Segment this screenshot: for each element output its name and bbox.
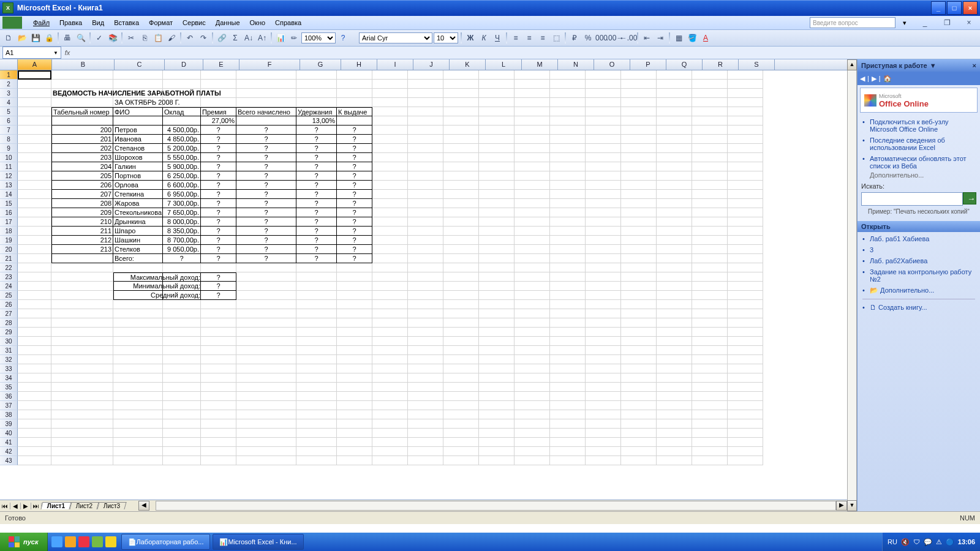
cell[interactable]	[586, 410, 621, 419]
cell[interactable]	[443, 98, 479, 107]
cell[interactable]	[163, 429, 201, 438]
cell[interactable]	[479, 181, 514, 190]
cell[interactable]: 207	[51, 190, 113, 199]
col-header-C[interactable]: C	[115, 59, 165, 70]
cell[interactable]	[514, 190, 550, 199]
fontsize-select[interactable]: 10	[434, 32, 458, 43]
cell[interactable]	[408, 447, 443, 456]
cell[interactable]	[586, 401, 621, 410]
cell[interactable]	[621, 456, 657, 465]
cell[interactable]	[201, 392, 236, 401]
cell[interactable]	[51, 263, 113, 272]
cell[interactable]: ?	[296, 199, 337, 208]
ql-ie-icon[interactable]	[51, 536, 62, 547]
cell[interactable]: 6 600,00р.	[163, 181, 201, 190]
cell[interactable]	[550, 272, 586, 282]
col-header-M[interactable]: M	[522, 59, 558, 70]
cell[interactable]	[586, 126, 621, 135]
cell[interactable]: 211	[51, 227, 113, 236]
cell[interactable]: ?	[337, 227, 372, 236]
cell[interactable]	[692, 107, 728, 116]
cell[interactable]	[692, 346, 728, 355]
cell[interactable]	[372, 282, 408, 291]
cell[interactable]	[337, 355, 372, 364]
cell[interactable]	[443, 227, 479, 236]
cell[interactable]	[408, 429, 443, 438]
cell[interactable]	[479, 153, 514, 162]
col-header-K[interactable]: K	[450, 59, 486, 70]
menu-format[interactable]: Формат	[144, 18, 178, 28]
cell[interactable]	[621, 190, 657, 199]
cell[interactable]: ?	[236, 254, 296, 263]
cell[interactable]	[443, 419, 479, 429]
cell[interactable]	[163, 89, 201, 98]
cell[interactable]: Минимальный доход:	[113, 282, 163, 291]
cell[interactable]	[657, 419, 692, 429]
cell[interactable]	[163, 419, 201, 429]
cell[interactable]	[514, 419, 550, 429]
cell[interactable]	[621, 392, 657, 401]
cell[interactable]	[408, 227, 443, 236]
cell[interactable]: ?	[236, 190, 296, 199]
cell[interactable]: ?	[337, 171, 372, 181]
cell[interactable]	[692, 236, 728, 245]
cell[interactable]	[296, 318, 337, 328]
cell[interactable]	[692, 98, 728, 107]
cell[interactable]	[479, 208, 514, 217]
cell[interactable]	[514, 337, 550, 346]
col-header-I[interactable]: I	[377, 59, 413, 70]
window-minimize-button[interactable]: _	[931, 1, 946, 15]
cell[interactable]	[51, 254, 113, 263]
cell[interactable]	[372, 98, 408, 107]
cell[interactable]	[479, 98, 514, 107]
select-all-corner[interactable]	[0, 59, 18, 70]
cell[interactable]	[113, 300, 163, 309]
cell[interactable]	[296, 383, 337, 392]
cell[interactable]	[236, 328, 296, 337]
cell[interactable]	[163, 98, 201, 107]
cell[interactable]	[408, 144, 443, 153]
cell[interactable]	[408, 272, 443, 282]
row-header[interactable]: 13	[0, 181, 18, 190]
cell[interactable]	[443, 245, 479, 254]
cell[interactable]	[201, 383, 236, 392]
cell[interactable]	[550, 456, 586, 465]
cell[interactable]	[514, 217, 550, 227]
cell[interactable]: Степкина	[113, 190, 163, 199]
cell[interactable]: Всего:	[113, 254, 163, 263]
cell[interactable]	[113, 337, 163, 346]
col-header-O[interactable]: O	[594, 59, 630, 70]
cell[interactable]	[236, 447, 296, 456]
cell[interactable]	[51, 291, 113, 300]
cell[interactable]	[296, 272, 337, 282]
cell[interactable]	[514, 107, 550, 116]
cell[interactable]	[479, 447, 514, 456]
cell[interactable]	[550, 373, 586, 383]
cell[interactable]: 6 250,00р.	[163, 171, 201, 181]
cell[interactable]	[337, 383, 372, 392]
cell[interactable]	[728, 190, 763, 199]
cut-icon[interactable]: ✂	[125, 32, 137, 44]
cell[interactable]	[657, 162, 692, 171]
cell[interactable]	[443, 355, 479, 364]
tp-more2-link[interactable]: 📂 Дополнительно...	[859, 285, 979, 296]
cell[interactable]	[443, 383, 479, 392]
cell[interactable]	[550, 98, 586, 107]
cell[interactable]	[337, 70, 372, 80]
cell[interactable]	[586, 70, 621, 80]
cell[interactable]	[550, 346, 586, 355]
cell[interactable]	[296, 392, 337, 401]
cell[interactable]	[479, 171, 514, 181]
cell[interactable]	[657, 98, 692, 107]
cell[interactable]	[621, 337, 657, 346]
cell[interactable]	[372, 383, 408, 392]
cell[interactable]	[550, 217, 586, 227]
cell[interactable]	[692, 318, 728, 328]
cell[interactable]	[18, 217, 51, 227]
cell[interactable]	[657, 80, 692, 89]
cell[interactable]	[408, 346, 443, 355]
row-header[interactable]: 34	[0, 373, 18, 383]
cell[interactable]	[479, 429, 514, 438]
cell[interactable]	[621, 429, 657, 438]
cell[interactable]	[514, 438, 550, 447]
